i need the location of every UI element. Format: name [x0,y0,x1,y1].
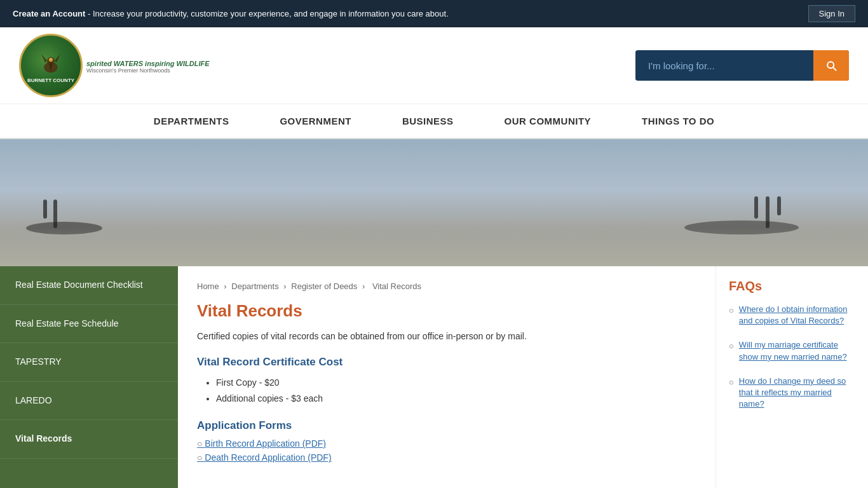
sidebar-item-real-estate-checklist[interactable]: Real Estate Document Checklist [0,266,178,305]
svg-marker-3 [41,54,47,62]
page-title: Vital Records [197,301,696,321]
logo-tagline-sub: Wisconsin's Premier Northwoods [86,67,210,74]
create-account-link[interactable]: Create an Account [13,9,85,18]
breadcrumb-sep-3: › [362,281,367,291]
faqs-title: FAQs [729,279,855,294]
main-nav: DEPARTMENTS GOVERNMENT BUSINESS OUR COMM… [0,104,868,139]
hero-fog [0,228,868,266]
forms-section-title: Application Forms [197,419,696,432]
faq-link-3[interactable]: How do I change my deed so that it refle… [739,376,855,410]
sidebar-item-tapestry[interactable]: TAPESTRY [0,343,178,382]
county-name: BURNETT COUNTY [27,78,74,84]
svg-marker-2 [55,54,60,62]
top-bar-message: Create an Account - Increase your produc… [13,9,449,18]
nav-item-business[interactable]: BUSINESS [377,104,479,138]
logo-text: BURNETT COUNTY [27,78,74,84]
top-bar-desc: - Increase your productivity, customize … [85,9,448,18]
faq-bullet-1: ○ [729,305,734,327]
page-intro: Certified copies of vital records can be… [197,330,696,343]
birth-record-link[interactable]: Birth Record Application (PDF) [197,438,696,449]
faq-link-1[interactable]: Where do I obtain information and copies… [739,304,855,327]
hero-image [0,139,868,266]
nav-item-things-to-do[interactable]: THINGS TO DO [616,104,740,138]
sidebar-item-real-estate-fee[interactable]: Real Estate Fee Schedule [0,305,178,344]
svg-point-5 [49,58,53,62]
logo-circle: BURNETT COUNTY [19,34,83,97]
logo-area: BURNETT COUNTY spirited WATERS inspiring… [19,34,210,97]
form-links: Birth Record Application (PDF) Death Rec… [197,438,696,463]
breadcrumb-departments[interactable]: Departments [231,281,278,291]
sidebar-item-vital-records[interactable]: Vital Records [0,420,178,459]
logo-tagline-area: spirited WATERS inspiring WILDLIFE Wisco… [86,57,210,74]
sidebar: Real Estate Document Checklist Real Esta… [0,266,178,488]
sign-in-button[interactable]: Sign In [808,5,855,22]
cost-section-title: Vital Record Certificate Cost [197,356,696,369]
search-input[interactable] [635,51,813,80]
nav-item-government[interactable]: GOVERNMENT [254,104,377,138]
header: BURNETT COUNTY spirited WATERS inspiring… [0,27,868,104]
top-bar: Create an Account - Increase your produc… [0,0,868,27]
faq-item-2: ○ Will my marriage certificate show my n… [729,339,855,362]
breadcrumb-home[interactable]: Home [197,281,219,291]
breadcrumb-sep-1: › [224,281,229,291]
cost-list: First Copy - $20 Additional copies - $3 … [216,375,696,407]
faq-item-1: ○ Where do I obtain information and copi… [729,304,855,327]
search-button[interactable] [813,50,849,81]
death-record-link[interactable]: Death Record Application (PDF) [197,452,696,463]
cost-item-2: Additional copies - $3 each [216,391,696,407]
search-area [635,50,849,81]
faq-bullet-3: ○ [729,377,734,410]
cost-item-1: First Copy - $20 [216,375,696,391]
faqs-panel: FAQs ○ Where do I obtain information and… [715,266,868,488]
hero-figures-left [43,200,57,228]
logo-tagline: spirited WATERS inspiring WILDLIFE [86,60,210,67]
main-content: Real Estate Document Checklist Real Esta… [0,266,868,488]
faq-link-2[interactable]: Will my marriage certificate show my new… [739,339,855,362]
sidebar-item-laredo[interactable]: LAREDO [0,382,178,421]
faq-bullet-2: ○ [729,341,734,362]
breadcrumb-register[interactable]: Register of Deeds [291,281,357,291]
nav-item-departments[interactable]: DEPARTMENTS [128,104,255,138]
hero-figures-right [754,196,781,228]
breadcrumb-current: Vital Records [372,281,421,291]
breadcrumb: Home › Departments › Register of Deeds ›… [197,281,696,291]
search-box [635,50,849,81]
page-content: Home › Departments › Register of Deeds ›… [178,266,715,488]
breadcrumb-sep-2: › [283,281,288,291]
faq-item-3: ○ How do I change my deed so that it ref… [729,376,855,410]
nav-item-our-community[interactable]: OUR COMMUNITY [479,104,617,138]
search-icon [825,59,837,72]
content-area: Home › Departments › Register of Deeds ›… [178,266,868,488]
